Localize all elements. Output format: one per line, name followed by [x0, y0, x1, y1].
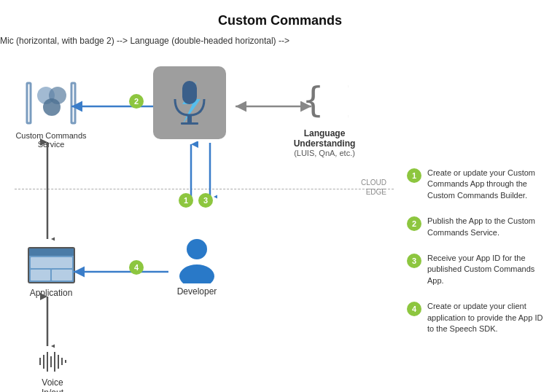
badge-1: 1 [179, 193, 193, 208]
badge-4: 4 [129, 260, 144, 275]
svg-rect-8 [181, 122, 198, 125]
voice-label: VoiceIn/out [23, 377, 82, 392]
language-sublabel: (LUIS, QnA, etc.) [284, 149, 365, 157]
steps-panel: 1 Create or update your Custom Commands … [407, 168, 549, 349]
step-3: 3 Receive your App ID for the published … [407, 253, 549, 286]
developer-label: Developer [168, 286, 226, 297]
step-4: 4 Create or update your client applicati… [407, 301, 549, 334]
step-1: 1 Create or update your Custom Commands … [407, 168, 549, 201]
svg-rect-0 [27, 83, 31, 123]
step-1-text: Create or update your Custom Commands Ap… [427, 168, 549, 201]
page-title: Custom Commands [0, 0, 560, 28]
arrow-edge-down-right [203, 141, 217, 200]
cloud-edge-label: CLOUDEDGE [361, 178, 386, 197]
step-1-badge: 1 [407, 168, 421, 183]
arrow-mic-language [230, 95, 317, 117]
language-box: { } LanguageUnderstanding (LUIS, QnA, et… [284, 79, 365, 157]
developer-box: Developer [168, 236, 226, 297]
badge-3: 3 [198, 193, 213, 208]
badge-2: 2 [129, 94, 144, 109]
arrow-app-to-voice [40, 292, 55, 350]
arrow-edge-up-left [184, 141, 198, 200]
step-3-text: Receive your App ID for the published Cu… [427, 253, 549, 286]
language-label: LanguageUnderstanding [284, 128, 365, 149]
step-4-text: Create or update your client application… [427, 301, 549, 334]
svg-point-10 [187, 239, 207, 259]
voice-box: VoiceIn/out [23, 349, 82, 392]
step-3-badge: 3 [407, 254, 421, 268]
svg-point-11 [179, 264, 214, 283]
step-4-badge: 4 [407, 302, 421, 316]
svg-point-4 [43, 98, 61, 116]
step-2-text: Publish the App to the Custom Commands S… [427, 216, 549, 238]
arrow-service-vertical [40, 138, 55, 243]
arrow-dev-to-app [68, 263, 172, 281]
svg-rect-7 [187, 115, 192, 122]
diagram-container: CLOUDEDGE Custom CommandsService [0, 36, 408, 392]
step-2-badge: 2 [407, 216, 421, 231]
svg-rect-6 [182, 81, 197, 104]
mic-box [153, 66, 226, 139]
step-2: 2 Publish the App to the Custom Commands… [407, 216, 549, 238]
